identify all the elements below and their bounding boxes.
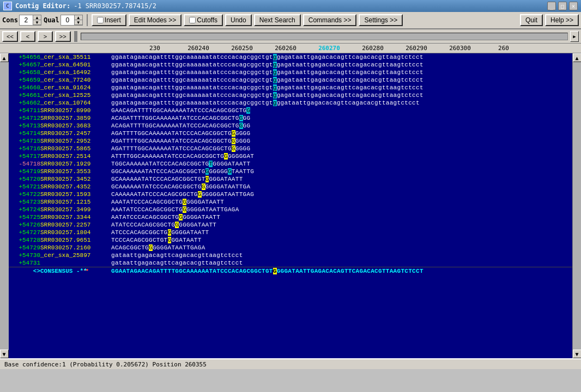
table-row: +54724 SRR030257.3499 AAATATCCCACAGCGGCT… xyxy=(9,206,572,213)
row-num: +54657 xyxy=(9,61,40,69)
row-seq: gataattgagacagttcagacacgttaagtctcct xyxy=(111,259,243,267)
row-num: +54727 xyxy=(9,229,40,236)
row-num: +54715 xyxy=(9,137,40,145)
row-seq: TCCCACAGCGGCTGTGGGATAATT xyxy=(111,236,202,244)
row-num: +54723 xyxy=(9,198,40,206)
row-num: +54660 xyxy=(9,84,40,91)
next-button[interactable]: > xyxy=(38,31,53,42)
ruler-pos-1: 260240 xyxy=(177,45,220,52)
first-button[interactable]: << xyxy=(2,31,18,42)
undo-button[interactable]: Undo xyxy=(225,14,252,26)
close-button[interactable]: × xyxy=(569,2,578,10)
row-seq: ATTTTGGCAAAAAATATCCCACAGCGGCTGGGGGGGAT xyxy=(111,152,254,160)
scroll-right-up[interactable]: ▲ xyxy=(573,53,582,62)
edit-modes-button[interactable]: Edit Modes >> xyxy=(129,14,181,26)
row-name: _cer_sxa_10764 xyxy=(40,99,111,107)
qual-label: Qual xyxy=(44,16,59,24)
seq-area[interactable]: ▲ ▼ +54656 _cer_sxa_35511 ggaatagaacagat… xyxy=(0,53,581,358)
table-row: +54658 _cer_sxa_16492 ggaatagaacagattttg… xyxy=(9,69,572,76)
table-row: -54718 SRR030257.1929 TGGCAAAAAATATCCCAC… xyxy=(9,160,572,168)
maximize-button[interactable]: □ xyxy=(558,2,567,10)
row-num: +54722 xyxy=(9,191,40,198)
row-seq: gataattgagacagttcagacacgttaagtctcct xyxy=(111,252,243,259)
row-num: +54714 xyxy=(9,130,40,137)
table-row: +54714 SRR030257.2457 AGATTTTGGCAAAAAATA… xyxy=(9,130,572,137)
sequence-table: +54656 _cer_sxa_35511 ggaatagaacagattttg… xyxy=(9,53,572,274)
prev-button[interactable]: < xyxy=(20,31,35,42)
next-search-button[interactable]: Next Search xyxy=(254,14,301,26)
title-bar: C Contig Editor: -1 SRR030257.787415/2 _… xyxy=(0,0,581,12)
scrollbar-right-btn[interactable]: ▶ xyxy=(570,31,579,42)
horizontal-scrollbar-right[interactable]: ▲ ▼ xyxy=(572,53,581,358)
row-num: +54730 xyxy=(9,252,40,259)
row-seq: TGGCAAAAAATATCCCACAGCGGCTGTGGGGATAATT xyxy=(111,160,250,168)
row-seq: ggaatagaacagattttggcaaaaaatatcccacagcggc… xyxy=(111,76,423,84)
row-seq: GCAAAAAATATCCCACAGCGGCTGGGGGGATAATTGA xyxy=(111,183,250,191)
row-seq: AAATATCCCACAGCGGCTGGGGGGATAATTGAGA xyxy=(111,206,239,213)
status-text: Base confidence:1 (Probability 0.205672)… xyxy=(4,361,207,368)
last-button[interactable]: >> xyxy=(55,31,71,42)
cons-value[interactable] xyxy=(20,16,33,24)
qual-down[interactable]: ▼ xyxy=(75,20,82,25)
consensus-seq: GGAATAGAACAGATTTTGGCAAAAAATATCCCACAGCGGC… xyxy=(111,267,423,275)
qual-spinner[interactable]: ▲ ▼ xyxy=(60,15,83,26)
row-num: +54720 xyxy=(9,175,40,183)
title-text: Contig Editor: xyxy=(15,2,70,10)
cutoffs-button[interactable]: Cutoffs xyxy=(184,14,223,26)
cons-spinner[interactable]: ▲ ▼ xyxy=(19,15,41,26)
row-num: +54716 xyxy=(9,145,40,152)
table-row: +54726 SRR030257.2257 ATATCCCACAGCGGCTGG… xyxy=(9,221,572,229)
table-row: +54661 _cer_sxa_12525 ggaatagaacagattttg… xyxy=(9,91,572,99)
row-seq: ATATCCCACAGCGGCTGGGGGGATAATT xyxy=(111,221,216,229)
row-num: +54726 xyxy=(9,221,40,229)
row-name: SRR030257.2257 xyxy=(40,221,111,229)
row-num: +54656 xyxy=(9,53,40,61)
minimize-button[interactable]: _ xyxy=(547,2,556,10)
qual-value[interactable] xyxy=(61,16,74,24)
table-row: +54723 SRR030257.1215 AAATATCCCACAGCGGCT… xyxy=(9,198,572,206)
table-row: +54730 _cer_sxa_25897 gataattgagacagttca… xyxy=(9,252,572,259)
row-name: SRR030257.3859 xyxy=(40,114,111,122)
scroll-right-down[interactable]: ▼ xyxy=(573,350,582,358)
row-num: -54718 xyxy=(9,160,40,168)
row-num: +54713 xyxy=(9,122,40,130)
row-name: SRR030257.1804 xyxy=(40,229,111,236)
row-seq: ATCCCACAGCGGCTGGGGGGATAATT xyxy=(111,229,209,236)
ruler-pos-2: 260250 xyxy=(220,45,264,52)
ruler-pos-0: 230 xyxy=(133,45,177,52)
row-num: +54711 xyxy=(9,107,40,114)
scroll-up-button[interactable]: ▲ xyxy=(0,53,9,62)
row-num: +54658 xyxy=(9,69,40,76)
cons-down[interactable]: ▼ xyxy=(33,20,41,25)
row-name: SRR030257.3499 xyxy=(40,206,111,213)
row-seq: GGCAAAAAATATCCCACAGCGGCTGGGGGGGGTAATTG xyxy=(111,168,254,175)
table-row: +54720 SRR030257.3452 GCAAAAAATATCCCACAG… xyxy=(9,175,572,183)
table-row: +54728 SRR030257.9651 TCCCACAGCGGCTGTGGG… xyxy=(9,236,572,244)
settings-button[interactable]: Settings >> xyxy=(359,14,403,26)
row-num: +54724 xyxy=(9,206,40,213)
table-row: +54727 SRR030257.1804 ATCCCACAGCGGCTGGGG… xyxy=(9,229,572,236)
table-row: +54722 SRR030257.1593 CAAAAAATATCCCACAGC… xyxy=(9,191,572,198)
insert-button[interactable]: Insert xyxy=(92,14,126,26)
row-num: +54728 xyxy=(9,236,40,244)
help-button[interactable]: Help >> xyxy=(545,14,579,26)
row-name: _cer_sxa_25897 xyxy=(40,252,111,259)
ruler-pos-5: 260280 xyxy=(351,45,395,52)
row-num: +54712 xyxy=(9,114,40,122)
row-name: _cer_sxa_16492 xyxy=(40,69,111,76)
sep1 xyxy=(87,14,88,26)
vertical-scrollbar[interactable]: ▲ ▼ xyxy=(0,53,9,358)
cons-group: Cons ▲ ▼ xyxy=(2,15,41,26)
row-name: SRR030257.3683 xyxy=(40,122,111,130)
row-seq: GCAAAAAATATCCCACAGCGGCTGTGGGGATAATT xyxy=(111,175,243,183)
cutoffs-checkbox[interactable] xyxy=(189,17,196,23)
table-row: +54719 SRR030257.3553 GGCAAAAAATATCCCACA… xyxy=(9,168,572,175)
window-controls: _ □ × xyxy=(547,2,578,10)
scroll-down-button[interactable]: ▼ xyxy=(0,350,9,358)
row-name: _cer_sxa_12525 xyxy=(40,91,111,99)
row-seq: CAAAAAATATCCCACAGCGGCTGGGGGGGATAATTGAG xyxy=(111,191,254,198)
commands-button[interactable]: Commands >> xyxy=(303,14,357,26)
quit-button[interactable]: Quit xyxy=(520,14,543,26)
insert-checkbox[interactable] xyxy=(97,17,104,23)
ruler-numbers: 230 260240 260250 260260 260270 260280 2… xyxy=(131,45,581,52)
